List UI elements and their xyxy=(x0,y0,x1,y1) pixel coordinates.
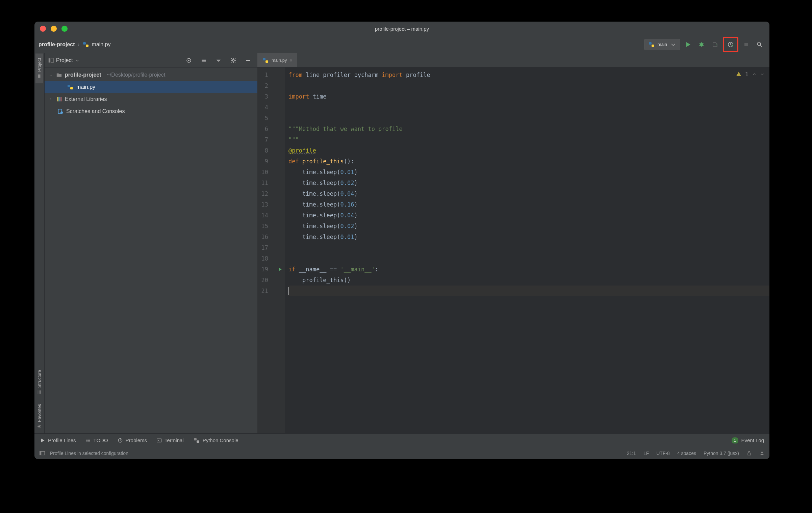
run-config-name: main xyxy=(658,42,667,47)
svg-rect-23 xyxy=(265,60,268,63)
list-icon xyxy=(85,438,91,443)
folder-icon xyxy=(56,72,62,78)
run-with-coverage-button[interactable] xyxy=(709,39,721,50)
select-opened-file-button[interactable] xyxy=(183,55,195,66)
svg-point-4 xyxy=(700,43,703,46)
tree-external-label: External Libraries xyxy=(65,96,107,102)
svg-rect-14 xyxy=(68,85,70,87)
status-bar: Profile Lines in selected configuration … xyxy=(34,447,769,459)
breadcrumb: profile-project › main.py xyxy=(39,41,111,48)
expand-arrow-icon: ⌄ xyxy=(48,73,53,77)
tree-root-path: ~/Desktop/profile-project xyxy=(107,72,166,78)
svg-rect-3 xyxy=(652,45,654,47)
status-right: 21:1 LF UTF-8 4 spaces Python 3.7 (jusx) xyxy=(627,451,765,456)
run-configuration-selector[interactable]: main xyxy=(644,39,680,50)
inspection-widget[interactable]: 1 xyxy=(736,71,765,78)
tree-external-libraries[interactable]: › External Libraries xyxy=(45,93,257,105)
svg-rect-9 xyxy=(49,58,50,62)
terminal-tool[interactable]: Terminal xyxy=(156,437,184,443)
expand-arrow-icon: › xyxy=(48,97,53,102)
settings-button[interactable] xyxy=(228,55,239,66)
python-file-icon xyxy=(67,84,74,90)
lock-icon[interactable] xyxy=(746,451,752,456)
svg-rect-30 xyxy=(748,453,751,455)
inspection-profile-icon[interactable] xyxy=(759,451,765,456)
zoom-window-button[interactable] xyxy=(61,26,68,32)
indent-setting[interactable]: 4 spaces xyxy=(677,451,696,456)
file-encoding[interactable]: UTF-8 xyxy=(656,451,670,456)
breadcrumb-file[interactable]: main.py xyxy=(92,42,111,48)
marker-gutter xyxy=(275,68,285,433)
svg-point-31 xyxy=(761,452,763,453)
project-tool-tab[interactable]: Project xyxy=(35,53,43,83)
line-separator[interactable]: LF xyxy=(643,451,649,456)
favorites-tool-tab[interactable]: Favorites xyxy=(35,399,43,433)
svg-rect-19 xyxy=(61,97,62,102)
editor-tab-label: main.py xyxy=(272,58,287,63)
code-content[interactable]: from line_profiler_pycharm import profil… xyxy=(285,68,769,433)
tree-scratches[interactable]: Scratches and Consoles xyxy=(45,105,257,117)
python-file-icon xyxy=(262,57,269,64)
svg-rect-18 xyxy=(59,97,60,102)
project-panel: Project ⌄ profile-project ~/Desktop/prof… xyxy=(45,53,257,433)
code-area[interactable]: 123456789101112131415161718192021 from l… xyxy=(257,68,769,433)
close-tab-icon[interactable]: × xyxy=(290,58,293,63)
caret-position[interactable]: 21:1 xyxy=(627,451,636,456)
chevron-up-icon[interactable] xyxy=(752,72,757,77)
chevron-down-icon xyxy=(670,41,677,48)
problems-icon xyxy=(118,438,123,443)
tree-file-main[interactable]: main.py xyxy=(45,81,257,93)
ide-window: profile-project – main.py profile-projec… xyxy=(34,22,769,459)
stop-button[interactable] xyxy=(740,39,752,50)
search-everywhere-button[interactable] xyxy=(754,39,765,50)
project-panel-header: Project xyxy=(45,53,257,68)
editor: main.py × 123456789101112131415161718192… xyxy=(257,53,769,433)
profile-lines-tool[interactable]: Profile Lines xyxy=(40,437,76,443)
chevron-down-icon[interactable] xyxy=(760,72,765,77)
svg-rect-16 xyxy=(57,97,58,102)
svg-rect-10 xyxy=(51,58,53,62)
expand-all-button[interactable] xyxy=(198,55,209,66)
debug-button[interactable] xyxy=(696,39,707,50)
tool-window-toggle-icon[interactable] xyxy=(39,450,45,456)
python-file-icon xyxy=(82,41,89,48)
terminal-icon xyxy=(156,438,162,443)
gutter: 123456789101112131415161718192021 xyxy=(257,68,275,433)
collapse-all-button[interactable] xyxy=(213,55,224,66)
left-tool-rail: Project Structure Favorites xyxy=(34,53,45,433)
run-button[interactable] xyxy=(682,39,694,50)
project-tool-label: Project xyxy=(37,58,42,72)
svg-rect-8 xyxy=(38,75,41,78)
svg-rect-2 xyxy=(649,42,652,45)
minimize-window-button[interactable] xyxy=(51,26,57,32)
hide-panel-button[interactable] xyxy=(243,55,254,66)
close-window-button[interactable] xyxy=(40,26,46,32)
tree-file-label: main.py xyxy=(76,84,95,90)
todo-tool[interactable]: TODO xyxy=(85,437,108,443)
toolbar-right: main xyxy=(644,37,765,52)
favorites-tool-label: Favorites xyxy=(37,404,42,422)
project-view-icon xyxy=(48,57,54,63)
project-panel-title[interactable]: Project xyxy=(48,57,80,63)
svg-rect-22 xyxy=(263,58,265,60)
scratches-icon xyxy=(57,108,64,114)
warning-icon xyxy=(736,71,742,77)
svg-rect-15 xyxy=(70,87,73,89)
python-console-tool[interactable]: Python Console xyxy=(193,437,238,444)
python-interpreter[interactable]: Python 3.7 (jusx) xyxy=(704,451,739,456)
warning-count: 1 xyxy=(745,71,748,78)
main-body: Project Structure Favorites Project xyxy=(34,53,769,433)
breadcrumb-project[interactable]: profile-project xyxy=(39,42,75,48)
titlebar: profile-project – main.py xyxy=(34,22,769,36)
structure-tool-tab[interactable]: Structure xyxy=(35,365,43,399)
problems-tool[interactable]: Problems xyxy=(118,437,147,443)
editor-tab-main[interactable]: main.py × xyxy=(257,53,297,67)
structure-tool-label: Structure xyxy=(37,370,42,388)
library-icon xyxy=(56,96,62,102)
profile-button[interactable] xyxy=(725,39,736,50)
tree-root[interactable]: ⌄ profile-project ~/Desktop/profile-proj… xyxy=(45,69,257,81)
svg-rect-17 xyxy=(58,97,59,102)
event-log-tool[interactable]: 1 Event Log xyxy=(732,437,764,443)
window-title: profile-project – main.py xyxy=(375,26,429,32)
navigation-bar: profile-project › main.py main xyxy=(34,36,769,53)
